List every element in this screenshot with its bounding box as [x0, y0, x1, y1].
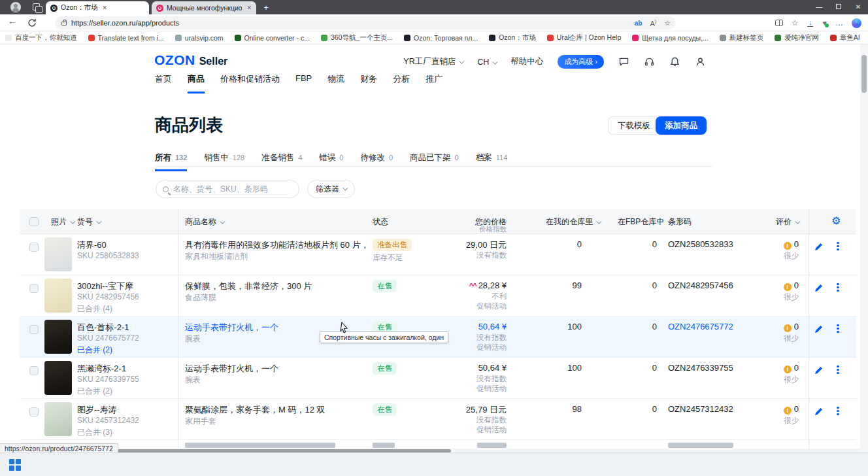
nav-item-分析[interactable]: 分析	[393, 73, 410, 94]
bell-icon[interactable]	[669, 56, 680, 67]
start-button[interactable]	[9, 459, 21, 471]
filter-button[interactable]: 筛选器	[307, 180, 355, 198]
bookmark-item[interactable]: 爱纯净官网	[775, 33, 819, 42]
product-name[interactable]: 聚氨酯涂层，家务手套，M 码，12 双	[185, 404, 326, 416]
nav-item-商品[interactable]: 商品	[188, 73, 205, 94]
table-settings-gear-icon[interactable]: ⚙	[831, 214, 841, 227]
bookmark-item[interactable]: Translate text from i...	[88, 34, 164, 42]
product-name[interactable]: 具有消毒作用的强效多功能清洁地板片剂 60 片，	[185, 239, 361, 251]
browser-tab-2[interactable]: O Мощные многофункциональнь ✕	[152, 1, 256, 14]
back-icon[interactable]: ←	[8, 16, 16, 26]
bookmark-item[interactable]: 360导航_一个主页...	[321, 33, 393, 42]
chat-icon[interactable]	[618, 56, 629, 67]
status-tab-错误[interactable]: 错误0	[319, 152, 343, 171]
column-fbp-warehouse[interactable]: 在FBP仓库中	[618, 216, 671, 228]
row-menu-kebab-icon[interactable]	[833, 323, 843, 335]
bookmark-item[interactable]: Online converter - c...	[235, 34, 310, 42]
ozon-seller-logo[interactable]: OZONSeller	[154, 52, 227, 68]
status-tab-待修改[interactable]: 待修改0	[360, 152, 393, 171]
nav-item-物流[interactable]: 物流	[327, 73, 344, 94]
bookmark-item[interactable]: Ozon：市场	[489, 33, 536, 42]
row-checkbox[interactable]	[29, 284, 39, 293]
store-selector[interactable]: YR工厂直销店	[403, 56, 463, 67]
row-menu-kebab-icon[interactable]	[833, 241, 843, 252]
favorite-star-icon[interactable]: ☆	[664, 19, 671, 27]
edit-pencil-icon[interactable]	[814, 324, 824, 336]
column-rating[interactable]: 评价	[765, 216, 799, 228]
settings-menu-icon[interactable]: …	[835, 18, 843, 27]
row-checkbox[interactable]	[29, 243, 39, 252]
row-checkbox[interactable]	[29, 325, 39, 334]
product-image[interactable]	[44, 237, 72, 271]
nav-item-推广[interactable]: 推广	[426, 73, 442, 94]
browser-tab-1[interactable]: O Ozon：市场 ✕	[46, 1, 149, 14]
address-bar[interactable]: https://seller.ozon.ru/app/products ab A…	[55, 16, 676, 29]
minimize-button[interactable]: —	[809, 0, 829, 14]
bookmark-item[interactable]: Щетка для посуды,...	[632, 34, 709, 42]
edit-pencil-icon[interactable]	[814, 283, 824, 295]
nav-item-财务[interactable]: 财务	[360, 73, 377, 94]
product-barcode[interactable]: OZN2476675772	[668, 322, 733, 332]
product-image[interactable]	[44, 320, 72, 354]
product-search[interactable]	[156, 180, 299, 198]
split-screen-icon[interactable]	[775, 20, 783, 26]
help-center-link[interactable]: 帮助中心	[510, 56, 543, 67]
copilot-icon[interactable]	[852, 18, 861, 28]
row-menu-kebab-icon[interactable]	[833, 405, 843, 417]
row-checkbox[interactable]	[29, 366, 39, 375]
bookmark-item[interactable]: uralsvip.com	[175, 34, 224, 42]
column-my-warehouse[interactable]: 在我的仓库里	[546, 216, 600, 228]
nav-item-首页[interactable]: 首页	[155, 73, 172, 94]
status-tab-准备销售[interactable]: 准备销售4	[261, 152, 302, 171]
bookmark-item[interactable]: 章鱼AI	[830, 33, 860, 42]
language-selector[interactable]: CH	[477, 58, 496, 67]
bookmark-item[interactable]: 百度一下，你就知道	[5, 33, 77, 42]
product-name[interactable]: 运动手表带打火机，一个	[185, 322, 278, 333]
edit-pencil-icon[interactable]	[814, 366, 824, 377]
product-image[interactable]	[44, 361, 72, 395]
select-all-checkbox[interactable]	[29, 217, 39, 226]
browser-essentials-icon[interactable]: ♥	[822, 19, 827, 27]
scrollbar-thumb[interactable]	[861, 55, 867, 93]
status-tab-商品已下架[interactable]: 商品已下架0	[410, 152, 459, 171]
row-menu-kebab-icon[interactable]	[833, 364, 843, 376]
tab-close-icon[interactable]: ✕	[246, 5, 252, 11]
read-aloud-icon[interactable]: A)	[650, 19, 656, 27]
row-menu-kebab-icon[interactable]	[833, 282, 843, 294]
maximize-button[interactable]	[829, 0, 848, 14]
browser-profile-icon[interactable]	[10, 2, 21, 12]
bookmark-item[interactable]: 新建标签页	[720, 33, 764, 42]
product-image[interactable]	[44, 402, 72, 436]
new-tab-button[interactable]: +	[261, 3, 271, 13]
row-checkbox[interactable]	[29, 407, 39, 416]
favorites-bar-icon[interactable]: ☆	[792, 18, 799, 27]
bookmark-item[interactable]: Ozon: Торговая пл...	[404, 34, 478, 42]
bookmark-item[interactable]: Ural企库 | Ozon Help	[547, 33, 621, 42]
refresh-icon[interactable]	[27, 18, 37, 27]
status-tab-所有[interactable]: 所有132	[155, 152, 187, 171]
product-name[interactable]: 运动手表带打火机，一个	[185, 363, 278, 375]
edit-pencil-icon[interactable]	[814, 407, 824, 418]
status-tab-档案[interactable]: 档案114	[476, 152, 508, 171]
column-photo[interactable]: 照片	[51, 216, 74, 228]
translate-icon[interactable]: ab	[635, 20, 643, 27]
product-name[interactable]: 保鲜膜，包装，非常经济，300 片	[185, 280, 312, 292]
tab-close-icon[interactable]: ✕	[103, 5, 108, 11]
close-button[interactable]: ✕	[848, 0, 868, 14]
download-template-button[interactable]: 下载模板	[608, 116, 660, 135]
edit-pencil-icon[interactable]	[814, 242, 824, 254]
headset-icon[interactable]	[644, 56, 655, 67]
product-image[interactable]	[44, 279, 72, 313]
add-product-button[interactable]: 添加商品	[656, 116, 707, 135]
account-icon[interactable]	[695, 56, 706, 67]
column-article[interactable]: 货号	[77, 216, 100, 228]
nav-item-价格和促销活动[interactable]: 价格和促销活动	[220, 73, 280, 94]
vertical-scrollbar[interactable]	[860, 44, 868, 452]
premium-button[interactable]: 成为高级 ›	[558, 55, 604, 69]
downloads-icon[interactable]: ↓	[807, 19, 814, 27]
workspaces-icon[interactable]	[31, 2, 42, 12]
status-tab-销售中[interactable]: 销售中128	[204, 152, 244, 171]
merged-link[interactable]: 已合并 (2)	[77, 345, 112, 356]
column-product-name[interactable]: 商品名称	[185, 216, 224, 228]
nav-item-FBP[interactable]: FBP	[295, 73, 312, 94]
